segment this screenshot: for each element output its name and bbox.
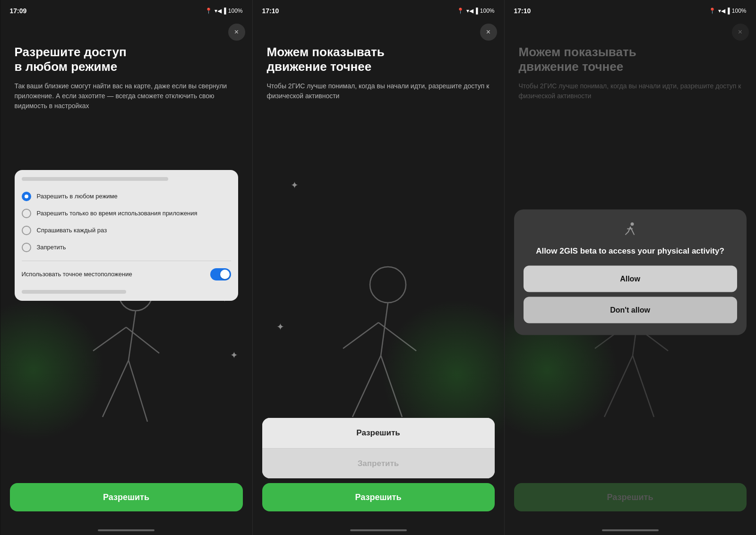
phone-3-content: × Можем показыватьдвижение точнее Чтобы … <box>505 19 756 526</box>
option-ask-each[interactable]: Спрашивать каждый раз <box>22 222 231 239</box>
radio-unselected-2 <box>22 226 31 235</box>
svg-line-4 <box>93 327 126 351</box>
battery-icon-3: ▌100% <box>728 8 746 14</box>
allow-button-3: Разрешить <box>514 483 747 511</box>
location-icon-3: 📍 <box>709 8 716 14</box>
precise-location-row[interactable]: Использовать точное местоположение <box>22 266 231 283</box>
card-header-bar <box>22 177 168 181</box>
main-subtitle-3: Чтобы 2ГИС лучше понимал, когда вы начал… <box>519 81 742 101</box>
phone-2-content: × Можем показыватьдвижение точнее Чтобы … <box>253 19 504 526</box>
radio-selected <box>22 192 31 201</box>
status-time-3: 17:10 <box>514 7 531 15</box>
home-indicator-1 <box>0 526 252 535</box>
svg-line-8 <box>352 356 381 417</box>
svg-line-15 <box>633 356 654 417</box>
status-icons-2: 📍 ▾◀ ▌100% <box>457 8 494 14</box>
wifi-icon: ▾◀ <box>215 8 222 14</box>
option-label-4: Запретить <box>37 244 66 252</box>
activity-icon <box>524 221 737 238</box>
radio-unselected-1 <box>22 209 31 218</box>
permission-sheet-2: Разрешить Запретить <box>262 418 495 478</box>
svg-line-9 <box>381 356 402 417</box>
svg-line-2 <box>103 360 129 417</box>
toggle-label-1: Использовать точное местоположение <box>22 271 132 279</box>
wifi-icon-2: ▾◀ <box>466 8 473 14</box>
status-icons-3: 📍 ▾◀ ▌100% <box>709 8 746 14</box>
home-indicator-2 <box>253 526 504 535</box>
sparkle-5: ✦ <box>276 321 284 332</box>
title-area-2: Можем показыватьдвижение точнее Чтобы 2Г… <box>253 19 504 108</box>
svg-line-11 <box>378 323 416 351</box>
title-area-3: Можем показыватьдвижение точнее Чтобы 2Г… <box>505 19 756 108</box>
allow-button-1[interactable]: Разрешить <box>10 483 243 511</box>
dialog-title: Allow 2GIS beta to access your physical … <box>524 245 737 256</box>
status-time-2: 17:10 <box>262 7 279 15</box>
allow-button-2[interactable]: Разрешить <box>262 483 495 511</box>
main-title-2: Можем показыватьдвижение точнее <box>267 45 490 74</box>
phone-1: 17:09 📍 ▾◀ ▌100% × Разрешите доступв люб… <box>0 0 252 535</box>
toggle-switch-1[interactable] <box>210 268 231 280</box>
status-bar-2: 17:10 📍 ▾◀ ▌100% <box>253 0 504 19</box>
divider-1 <box>22 261 231 261</box>
phone-2: 17:10 📍 ▾◀ ▌100% × Можем показыватьдвиже… <box>252 0 504 535</box>
permission-card-1: Разрешить в любом режиме Разрешить тольк… <box>15 170 238 301</box>
location-icon: 📍 <box>205 8 212 14</box>
option-allow-always[interactable]: Разрешить в любом режиме <box>22 188 231 205</box>
status-time-1: 17:09 <box>10 7 27 15</box>
home-bar-3 <box>602 529 659 531</box>
location-icon-2: 📍 <box>457 8 464 14</box>
svg-point-6 <box>370 267 406 303</box>
sparkle-4: ✦ <box>291 179 299 191</box>
dialog-allow-button[interactable]: Allow <box>524 266 737 292</box>
status-icons-1: 📍 ▾◀ ▌100% <box>205 8 242 14</box>
battery-icon-2: ▌100% <box>476 8 494 14</box>
option-deny[interactable]: Запретить <box>22 239 231 256</box>
title-area-1: Разрешите доступв любом режиме Так ваши … <box>0 19 252 118</box>
radio-unselected-3 <box>22 243 31 252</box>
phone-3: 17:10 📍 ▾◀ ▌100% × Можем показыватьдвиже… <box>504 0 756 535</box>
system-dialog: Allow 2GIS beta to access your physical … <box>514 209 747 335</box>
option-allow-using[interactable]: Разрешить только во время использования … <box>22 205 231 222</box>
home-bar-1 <box>98 529 155 531</box>
option-label-3: Спрашивать каждый раз <box>37 227 107 235</box>
battery-icon: ▌100% <box>224 8 242 14</box>
close-button-2[interactable]: × <box>480 24 497 41</box>
option-label-2: Разрешить только во время использования … <box>37 210 198 218</box>
close-button-1[interactable]: × <box>228 24 245 41</box>
svg-line-14 <box>604 356 633 417</box>
svg-line-1 <box>129 311 136 360</box>
status-bar-3: 17:10 📍 ▾◀ ▌100% <box>505 0 756 19</box>
sheet-deny-btn[interactable]: Запретить <box>262 448 495 478</box>
card-footer-bar <box>22 290 127 294</box>
main-subtitle-1: Так ваши близкие смогут найти вас на кар… <box>15 81 238 111</box>
dialog-dont-allow-button[interactable]: Don't allow <box>524 297 737 323</box>
main-title-1: Разрешите доступв любом режиме <box>15 45 238 74</box>
svg-line-10 <box>343 323 378 348</box>
option-label-1: Разрешить в любом режиме <box>37 193 118 201</box>
phone-1-content: × Разрешите доступв любом режиме Так ваш… <box>0 19 252 526</box>
status-bar-1: 17:09 📍 ▾◀ ▌100% <box>0 0 252 19</box>
home-indicator-3 <box>505 526 756 535</box>
svg-line-3 <box>129 360 147 422</box>
sparkle-3: ✦ <box>230 349 238 361</box>
svg-point-18 <box>630 222 634 226</box>
wifi-icon-3: ▾◀ <box>718 8 725 14</box>
main-title-3: Можем показыватьдвижение точнее <box>519 45 742 74</box>
home-bar-2 <box>350 529 407 531</box>
sheet-allow-btn[interactable]: Разрешить <box>262 418 495 448</box>
main-subtitle-2: Чтобы 2ГИС лучше понимал, когда вы начал… <box>267 81 490 101</box>
close-button-3[interactable]: × <box>732 24 749 41</box>
